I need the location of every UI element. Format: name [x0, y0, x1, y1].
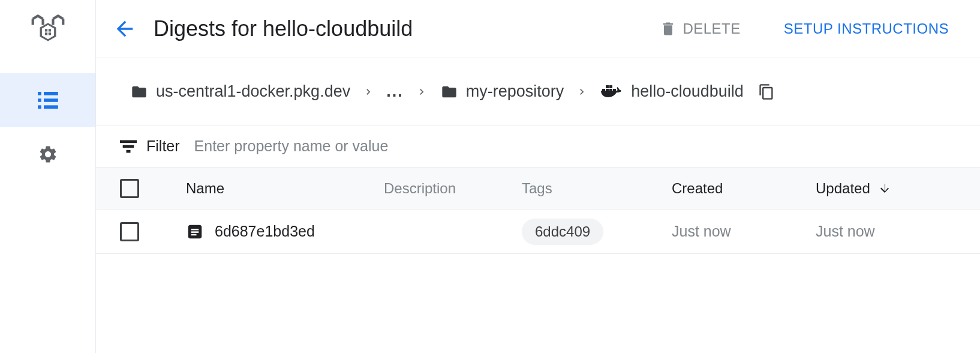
column-name[interactable]: Name [186, 180, 384, 197]
filter-icon [120, 140, 137, 153]
svg-rect-20 [127, 149, 131, 152]
trash-icon [660, 20, 677, 37]
breadcrumb-label: hello-cloudbuild [631, 82, 744, 101]
page-title: Digests for hello-cloudbuild [154, 16, 638, 41]
row-checkbox[interactable] [120, 222, 139, 241]
svg-rect-4 [44, 32, 47, 35]
digests-table: Name Description Tags Created Updated [96, 167, 980, 254]
chevron-right-icon [576, 86, 588, 98]
table-row[interactable]: 6d687e1bd3ed 6ddc409 Just now Just now [96, 210, 980, 254]
gear-icon [38, 144, 58, 164]
back-button[interactable] [110, 14, 139, 43]
svg-rect-16 [606, 85, 609, 88]
page-header: Digests for hello-cloudbuild DELETE SETU… [96, 0, 980, 58]
column-updated[interactable]: Updated [816, 180, 956, 197]
svg-rect-2 [44, 29, 47, 31]
svg-rect-24 [191, 234, 197, 235]
svg-rect-18 [120, 140, 137, 143]
svg-rect-19 [123, 145, 134, 148]
svg-rect-23 [191, 231, 199, 233]
filter-label: Filter [120, 137, 180, 155]
breadcrumb-ellipsis[interactable]: ... [386, 82, 404, 101]
copy-path-button[interactable] [758, 83, 775, 101]
filter-input[interactable] [194, 137, 956, 155]
setup-instructions-button[interactable]: SETUP INSTRUCTIONS [777, 16, 956, 42]
svg-rect-8 [38, 98, 41, 102]
folder-icon [440, 83, 459, 100]
breadcrumb-image[interactable]: hello-cloudbuild [600, 82, 744, 101]
column-tags[interactable]: Tags [522, 180, 672, 197]
arrow-back-icon [113, 17, 137, 41]
digest-name: 6d687e1bd3ed [215, 223, 315, 240]
copy-icon [758, 83, 775, 101]
svg-rect-9 [44, 98, 58, 102]
sidebar [0, 0, 96, 353]
delete-button[interactable]: DELETE [653, 16, 747, 42]
tag-chip[interactable]: 6ddc409 [522, 219, 603, 245]
svg-rect-3 [48, 29, 50, 31]
breadcrumb-label: my-repository [466, 82, 564, 101]
svg-rect-10 [38, 105, 41, 109]
setup-label: SETUP INSTRUCTIONS [784, 20, 949, 37]
breadcrumb-registry[interactable]: us-central1-docker.pkg.dev [130, 82, 350, 101]
docker-icon [600, 83, 624, 101]
svg-rect-11 [44, 105, 58, 109]
breadcrumb-label: us-central1-docker.pkg.dev [156, 82, 350, 101]
nav-settings[interactable] [0, 127, 95, 181]
breadcrumb-repository[interactable]: my-repository [440, 82, 564, 101]
svg-rect-7 [44, 92, 58, 95]
delete-label: DELETE [683, 20, 740, 37]
nav-repositories[interactable] [0, 73, 95, 127]
list-icon [38, 92, 58, 109]
artifact-registry-icon [29, 11, 67, 49]
column-description[interactable]: Description [384, 180, 522, 197]
svg-rect-6 [38, 92, 41, 95]
digest-created: Just now [672, 223, 816, 240]
digest-icon [186, 223, 204, 241]
svg-rect-17 [609, 85, 612, 88]
svg-rect-22 [191, 229, 199, 231]
digest-updated: Just now [816, 223, 956, 240]
chevron-right-icon [416, 86, 428, 98]
digest-name-cell[interactable]: 6d687e1bd3ed [186, 223, 384, 241]
svg-rect-5 [48, 32, 50, 35]
breadcrumb: us-central1-docker.pkg.dev ... my-reposi… [96, 58, 980, 125]
arrow-down-icon [877, 181, 892, 196]
select-all-checkbox[interactable] [120, 179, 139, 198]
chevron-right-icon [362, 86, 374, 98]
table-header: Name Description Tags Created Updated [96, 167, 980, 210]
folder-icon [130, 83, 149, 100]
filter-bar: Filter [96, 125, 980, 167]
column-created[interactable]: Created [672, 180, 816, 197]
main-content: Digests for hello-cloudbuild DELETE SETU… [96, 0, 980, 353]
